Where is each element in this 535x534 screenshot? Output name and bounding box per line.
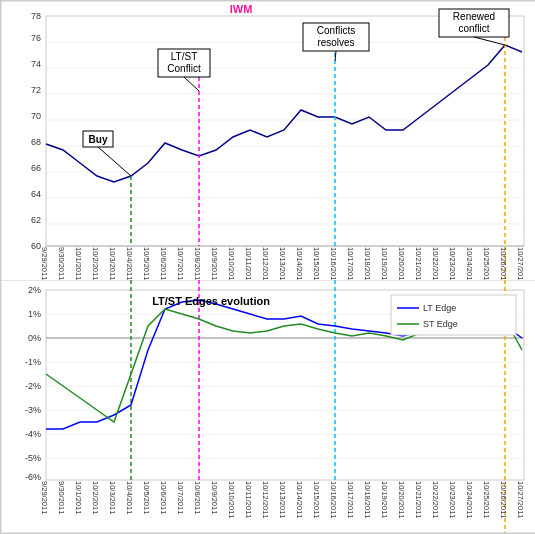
svg-text:10/1/2011: 10/1/2011 — [74, 481, 83, 514]
svg-text:10/18/2011: 10/18/2011 — [363, 481, 372, 519]
svg-text:70: 70 — [31, 111, 41, 121]
svg-rect-94 — [391, 295, 516, 335]
svg-text:10/27/2011: 10/27/2011 — [516, 481, 525, 519]
svg-text:10/22/2011: 10/22/2011 — [431, 481, 440, 519]
svg-text:62: 62 — [31, 215, 41, 225]
svg-text:10/9/2011: 10/9/2011 — [210, 247, 219, 280]
svg-text:10/8/2011: 10/8/2011 — [193, 247, 202, 280]
svg-text:10/11/2011: 10/11/2011 — [244, 481, 253, 519]
svg-text:10/5/2011: 10/5/2011 — [142, 481, 151, 514]
svg-text:10/15/2011: 10/15/2011 — [312, 247, 321, 281]
svg-text:10/8/2011: 10/8/2011 — [193, 481, 202, 514]
svg-text:10/4/2011: 10/4/2011 — [125, 247, 134, 280]
svg-text:10/20/2011: 10/20/2011 — [397, 247, 406, 281]
svg-text:10/9/2011: 10/9/2011 — [210, 481, 219, 514]
svg-text:10/24/2011: 10/24/2011 — [465, 481, 474, 519]
svg-text:10/10/2011: 10/10/2011 — [227, 481, 236, 519]
svg-text:10/16/2011: 10/16/2011 — [329, 247, 338, 281]
bottom-chart-title: LT/ST Edges evolution — [152, 295, 270, 307]
svg-text:60: 60 — [31, 241, 41, 251]
svg-text:76: 76 — [31, 33, 41, 43]
svg-text:10/3/2011: 10/3/2011 — [108, 247, 117, 280]
svg-text:10/25/2011: 10/25/2011 — [482, 481, 491, 519]
chart-container: 60 62 64 66 68 70 72 74 76 78 — [0, 0, 535, 534]
svg-text:68: 68 — [31, 137, 41, 147]
svg-text:10/3/2011: 10/3/2011 — [108, 481, 117, 514]
svg-text:Renewed: Renewed — [453, 11, 495, 22]
svg-text:10/16/2011: 10/16/2011 — [329, 481, 338, 519]
svg-text:10/20/2011: 10/20/2011 — [397, 481, 406, 519]
svg-text:10/23/2011: 10/23/2011 — [448, 247, 457, 281]
svg-text:10/10/2011: 10/10/2011 — [227, 247, 236, 281]
svg-text:10/12/2011: 10/12/2011 — [261, 247, 270, 281]
svg-text:-4%: -4% — [25, 429, 41, 439]
svg-text:10/11/2011: 10/11/2011 — [244, 247, 253, 281]
svg-text:72: 72 — [31, 85, 41, 95]
svg-text:10/21/2011: 10/21/2011 — [414, 481, 423, 519]
svg-text:-2%: -2% — [25, 381, 41, 391]
svg-text:10/14/2011: 10/14/2011 — [295, 481, 304, 519]
svg-text:Conflict: Conflict — [167, 63, 201, 74]
svg-text:10/24/2011: 10/24/2011 — [465, 247, 474, 281]
svg-text:0%: 0% — [28, 333, 41, 343]
svg-text:10/19/2011: 10/19/2011 — [380, 481, 389, 519]
svg-text:2%: 2% — [28, 285, 41, 295]
svg-text:conflict: conflict — [458, 23, 489, 34]
svg-text:10/7/2011: 10/7/2011 — [176, 481, 185, 514]
svg-text:10/27/2011: 10/27/2011 — [516, 247, 525, 281]
svg-text:10/21/2011: 10/21/2011 — [414, 247, 423, 281]
svg-text:10/6/2011: 10/6/2011 — [159, 481, 168, 514]
svg-text:LT/ST: LT/ST — [171, 51, 197, 62]
svg-text:10/5/2011: 10/5/2011 — [142, 247, 151, 280]
svg-text:10/4/2011: 10/4/2011 — [125, 481, 134, 514]
svg-text:10/12/2011: 10/12/2011 — [261, 481, 270, 519]
bottom-chart: 2% 1% 0% -1% -2% -3% -4% -5% -6% LT/ST E… — [1, 280, 534, 533]
svg-text:resolves: resolves — [317, 37, 354, 48]
svg-text:10/19/2011: 10/19/2011 — [380, 247, 389, 281]
svg-text:10/6/2011: 10/6/2011 — [159, 247, 168, 280]
top-chart: 60 62 64 66 68 70 72 74 76 78 — [1, 1, 534, 280]
svg-text:9/29/2011: 9/29/2011 — [40, 481, 49, 514]
svg-text:10/13/2011: 10/13/2011 — [278, 481, 287, 519]
svg-text:10/2/2011: 10/2/2011 — [91, 481, 100, 514]
svg-text:10/25/2011: 10/25/2011 — [482, 247, 491, 281]
svg-text:9/30/2011: 9/30/2011 — [57, 481, 66, 514]
svg-text:10/1/2011: 10/1/2011 — [74, 247, 83, 280]
svg-text:66: 66 — [31, 163, 41, 173]
svg-text:10/14/2011: 10/14/2011 — [295, 247, 304, 281]
legend-st-label: ST Edge — [423, 319, 458, 329]
svg-text:10/22/2011: 10/22/2011 — [431, 247, 440, 281]
svg-text:10/13/2011: 10/13/2011 — [278, 247, 287, 281]
svg-text:-5%: -5% — [25, 453, 41, 463]
svg-text:10/23/2011: 10/23/2011 — [448, 481, 457, 519]
svg-text:10/7/2011: 10/7/2011 — [176, 247, 185, 280]
svg-text:9/30/2011: 9/30/2011 — [57, 247, 66, 280]
svg-text:10/26/2011: 10/26/2011 — [499, 247, 508, 281]
svg-text:10/17/2011: 10/17/2011 — [346, 247, 355, 281]
svg-text:-6%: -6% — [25, 472, 41, 482]
svg-rect-1 — [46, 16, 524, 246]
svg-text:10/15/2011: 10/15/2011 — [312, 481, 321, 519]
top-chart-title: IWM — [230, 3, 253, 15]
svg-text:10/18/2011: 10/18/2011 — [363, 247, 372, 281]
svg-text:Conflicts: Conflicts — [317, 25, 355, 36]
svg-text:10/26/2011: 10/26/2011 — [499, 481, 508, 519]
svg-text:10/17/2011: 10/17/2011 — [346, 481, 355, 519]
svg-text:10/2/2011: 10/2/2011 — [91, 247, 100, 280]
svg-text:1%: 1% — [28, 309, 41, 319]
svg-text:Buy: Buy — [89, 134, 108, 145]
svg-text:-3%: -3% — [25, 405, 41, 415]
svg-text:64: 64 — [31, 189, 41, 199]
svg-text:9/29/2011: 9/29/2011 — [40, 247, 49, 280]
svg-text:-1%: -1% — [25, 357, 41, 367]
svg-text:74: 74 — [31, 59, 41, 69]
svg-text:78: 78 — [31, 11, 41, 21]
legend-lt-label: LT Edge — [423, 303, 456, 313]
